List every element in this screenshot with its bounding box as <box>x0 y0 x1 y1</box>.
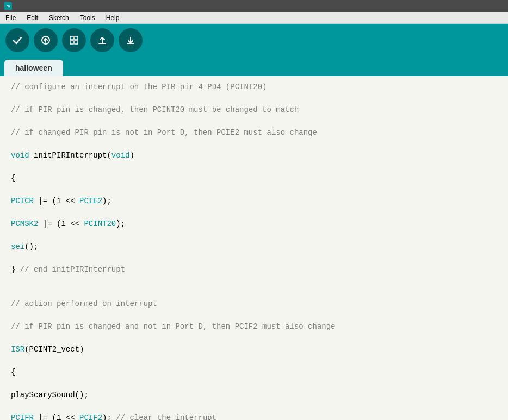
menu-item-sketch[interactable]: Sketch <box>44 12 75 23</box>
code-line: } // end initPIRInterrupt <box>11 264 497 275</box>
svg-rect-5 <box>75 41 78 44</box>
code-line: ISR(PCINT2_vect) <box>11 344 497 355</box>
svg-rect-3 <box>75 36 78 40</box>
open-button[interactable] <box>90 28 114 52</box>
tab-halloween[interactable]: halloween <box>4 60 63 76</box>
code-line: // if PIR pin is changed and not in Port… <box>11 321 497 333</box>
code-line: // if PIR pin is changed, then PCINT20 m… <box>11 104 497 116</box>
toolbar <box>0 24 508 57</box>
code-line: PCIFR |= (1 << PCIF2); // clear the inte… <box>11 412 497 420</box>
code-line: void initPIRInterrupt(void) <box>11 150 497 161</box>
svg-rect-2 <box>70 36 73 40</box>
menu-item-edit[interactable]: Edit <box>21 12 44 23</box>
svg-rect-4 <box>70 41 73 44</box>
code-line: PCICR |= (1 << PCIE2); <box>11 196 497 207</box>
tab-bar: halloween <box>0 57 508 76</box>
verify-button[interactable] <box>5 28 29 52</box>
code-line: { <box>11 367 497 378</box>
code-line: PCMSK2 |= (1 << PCINT20); <box>11 218 497 230</box>
menu-item-file[interactable]: File <box>0 12 21 23</box>
app-icon: ∞ <box>4 2 12 10</box>
code-line: sei(); <box>11 241 497 253</box>
code-editor[interactable]: // configure an interrupt on the PIR pir… <box>0 76 508 420</box>
code-line: { <box>11 173 497 184</box>
code-line: playScarySound(); <box>11 390 497 401</box>
title-bar: ∞ <box>0 0 508 12</box>
menu-item-help[interactable]: Help <box>101 12 125 23</box>
save-button[interactable] <box>119 28 143 52</box>
upload-button[interactable] <box>34 28 58 52</box>
code-line: // action performed on interrupt <box>11 298 497 310</box>
menu-bar: FileEditSketchToolsHelp <box>0 12 508 24</box>
code-line: // if changed PIR pin is not in Port D, … <box>11 127 497 139</box>
new-button[interactable] <box>62 28 86 52</box>
code-line: // configure an interrupt on the PIR pir… <box>11 82 497 93</box>
menu-item-tools[interactable]: Tools <box>75 12 101 23</box>
